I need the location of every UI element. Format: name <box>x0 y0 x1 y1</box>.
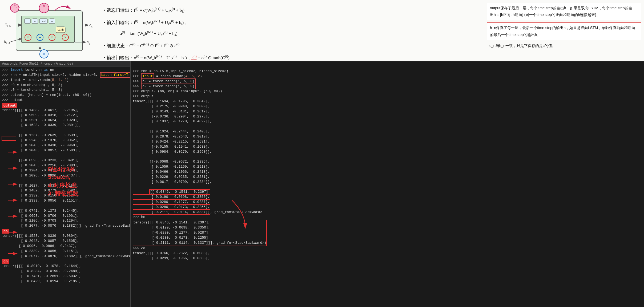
formula-cell: • 细胞状态：C(t) = C(t-1) ⊙ f(t) + i(t) ⊙ a(t… <box>104 41 301 51</box>
notes-cn-text: c_n与h_n一致，只是它保存的是c的值。 <box>487 42 641 50</box>
notes-box-hn: h_n保存了每一层，最后一个time step的输出h，如果是双向LSTM，单独… <box>487 22 641 40</box>
cn-label-wrapper-left: cn <box>2 259 128 264</box>
svg-text:t: t <box>88 43 90 45</box>
cmd-run-left: >>> output, (hn, cn) = rnn(input, (h0, c… <box>2 93 128 98</box>
svg-text:×: × <box>64 36 66 40</box>
svg-text:+: + <box>39 36 41 40</box>
terminal-left-title: Anaconda PowerShell Prompt (Anaconds) <box>2 62 73 66</box>
terminal-left-header: Anaconda PowerShell Prompt (Anaconds) <box>0 61 130 66</box>
cmd-input-right: >>> input = torch.randn(4, 5, 2) <box>133 74 642 79</box>
cmd-rnn-left: >>> rnn = nn.LSTM(input_size=2, hidden_s… <box>2 73 128 78</box>
cmd-c0-left: >>> c0 = torch.randn(1, 5, 3) <box>2 88 128 93</box>
svg-text:tanh: tanh <box>41 20 46 23</box>
annotation-feat: 3: 特征维数 <box>48 190 78 198</box>
formula-input: • 输入门输出：i(t) = σ(Wih(t-1) + Uix(t) + bi)… <box>104 18 301 28</box>
output-tensor-right: tensor([[[ 0.1694, -0.1795, 0.3849], [ 0… <box>133 99 642 215</box>
svg-text:X: X <box>43 53 45 56</box>
hn-tensor-left: tensor([[[ 0.1523, 0.0339, 0.0894], [ 0.… <box>2 234 128 259</box>
notes-box: output保存了最后一层，每个time step的输出h，如果是双向LSTM，… <box>487 3 641 50</box>
svg-text:tanh: tanh <box>57 29 64 32</box>
cmd-run-right: >>> output, (hn, cn) = rnn(input, (h0, c… <box>133 89 642 94</box>
svg-text:×: × <box>51 36 53 40</box>
svg-text:t: t <box>46 6 47 9</box>
hn-label-wrapper-left: hn <box>2 229 128 234</box>
bottom-area: Anaconda PowerShell Prompt (Anaconds) >>… <box>0 61 644 307</box>
output-label: output <box>2 103 17 108</box>
cmd-h0-right: >>> h0 = torch.randn(1, 5, 3) <box>133 79 642 84</box>
svg-text:×: × <box>27 36 29 40</box>
notes-box-output: output保存了最后一层，每个time step的输出h，如果是双向LSTM，… <box>487 3 641 20</box>
svg-text:σ: σ <box>27 20 28 23</box>
notes-output-text2: 出h = [h正向, h逆向] (同一个time step的正向和逆向的h连接起… <box>490 13 600 17</box>
svg-text:t-1: t-1 <box>16 6 20 9</box>
cmd-hn-right: >>> hn <box>133 215 642 220</box>
notes-hn-text2: 的最后一个time step的输出h。 <box>490 33 541 37</box>
cn-tensor-left: tensor([[[ 0.8019, 0.1078, 0.1644], [ 0.… <box>2 264 128 284</box>
lstm-diagram-svg: × × × + tanh σ σ tanh σ <box>3 3 101 59</box>
notes-hn-text: h_n保存了每一层，最后一个time step的输出h，如果是双向LSTM，单独… <box>490 26 635 30</box>
cmd-c0-right: >>> c0 = torch.randn(1, 5, 3) <box>133 84 642 89</box>
svg-text:σ: σ <box>34 20 36 23</box>
svg-text:h: h <box>43 4 45 7</box>
formula-forget: • 遗忘门输出：f(t) = σ(Wfh(t-1) + Ufx(t) + bf) <box>104 5 301 15</box>
cmd-output-left: >>> output <box>2 98 128 103</box>
annotation-seq: 4:时序长度 <box>48 182 77 190</box>
output-label-wrapper: output <box>2 103 128 108</box>
cmd-rnn-right: >>> rnn = nn.LSTM(input_size=2, hidden_s… <box>133 69 642 74</box>
cn-tensor-right: tensor([[[ 0.0766, -0.2822, 0.6083], [ 0… <box>133 251 642 261</box>
formula-a: a(t) = tanh(Wah(t-1) + Uax(t) + ba) <box>104 29 301 39</box>
diagram-area: × × × + tanh σ σ tanh σ <box>3 3 104 59</box>
formulas-area: • 遗忘门输出：f(t) = σ(Wfh(t-1) + Ufx(t) + bf)… <box>104 5 301 63</box>
hn-label-left: hn <box>2 229 9 234</box>
notes-output-text: output保存了最后一层，每个time step的输出h，如果是双向LSTM，… <box>490 6 632 10</box>
svg-text:h: h <box>14 4 16 7</box>
hn-tensor-right: tensor([[[ 0.0346, -0.1541, 0.2397], [ 0… <box>133 220 642 246</box>
cmd-cn-right: >>> cn <box>133 246 642 251</box>
svg-text:σ: σ <box>51 20 53 23</box>
svg-text:t: t <box>91 26 92 28</box>
annotation-group-label: 5组4行3列 <box>48 166 75 174</box>
top-area: × × × + tanh σ σ tanh σ <box>0 0 644 61</box>
svg-text:t-1: t-1 <box>6 42 10 45</box>
cmd-output-right: >>> output <box>133 94 642 99</box>
annotation-batch: 5:batch, <box>48 174 70 180</box>
terminal-right[interactable]: 输入不同处 >>> rnn = nn.LSTM(input_size=2, hi… <box>131 61 644 307</box>
cn-label-left: cn <box>2 259 9 264</box>
cmd-h0-left: >>> h0 = torch.randn(1, 5, 3) <box>2 83 128 88</box>
cmd-input-left: >>> input = torch.randn(5, 4, 2) <box>2 78 128 83</box>
terminal-left[interactable]: Anaconda PowerShell Prompt (Anaconds) >>… <box>0 61 131 307</box>
